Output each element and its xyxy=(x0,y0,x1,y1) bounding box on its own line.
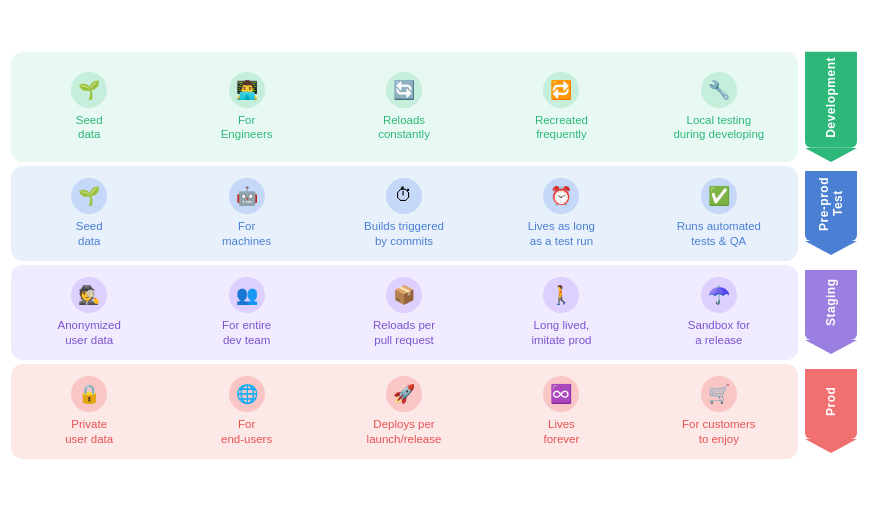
staging-cell-0: 🕵️Anonymized user data xyxy=(11,265,168,360)
staging-icon-1: 👥 xyxy=(229,277,265,313)
test-icon-0: 🌱 xyxy=(71,178,107,214)
development-label-4: Local testing during developing xyxy=(673,113,764,143)
staging-cell-3: 🚶Long lived, imitate prod xyxy=(483,265,640,360)
test-icon-4: ✅ xyxy=(701,178,737,214)
test-label-2: Builds triggered by commits xyxy=(364,219,444,249)
staging-label-2: Reloads per pull request xyxy=(373,318,435,348)
prod-label-2: Deploys per launch/release xyxy=(367,417,442,447)
development-label-2: Reloads constantly xyxy=(378,113,430,143)
staging-arrow-point xyxy=(805,340,857,354)
staging-label-4: Sandbox for a release xyxy=(688,318,750,348)
development-label-1: For Engineers xyxy=(221,113,273,143)
staging-label-wrap: Staging xyxy=(801,265,861,360)
test-arrow-point xyxy=(805,241,857,255)
staging-cell-1: 👥For entire dev team xyxy=(168,265,325,360)
test-label-1: For machines xyxy=(222,219,271,249)
test-label-text: Pre-prod Test xyxy=(805,171,857,241)
prod-label-1: For end-users xyxy=(221,417,272,447)
test-icon-1: 🤖 xyxy=(229,178,265,214)
prod-icon-2: 🚀 xyxy=(386,376,422,412)
staging-icon-4: ☂️ xyxy=(701,277,737,313)
test-arrow: Pre-prod Test xyxy=(805,171,857,255)
prod-cell-1: 🌐For end-users xyxy=(168,364,325,459)
staging-label-1: For entire dev team xyxy=(222,318,271,348)
development-label-wrap: Development xyxy=(801,52,861,162)
prod-arrow-point xyxy=(805,439,857,453)
prod-grid: 🔒Private user data🌐For end-users🚀Deploys… xyxy=(11,364,798,459)
staging-label-0: Anonymized user data xyxy=(58,318,121,348)
prod-cell-4: 🛒For customers to enjoy xyxy=(640,364,797,459)
prod-label-0: Private user data xyxy=(65,417,113,447)
staging-label-text: Staging xyxy=(805,270,857,340)
section-development: 🌱Seed data👨‍💻For Engineers🔄Reloads const… xyxy=(11,52,861,162)
staging-icon-3: 🚶 xyxy=(543,277,579,313)
test-label-4: Runs automated tests & QA xyxy=(677,219,761,249)
staging-grid: 🕵️Anonymized user data👥For entire dev te… xyxy=(11,265,798,360)
development-arrow-point xyxy=(805,148,857,162)
prod-label-wrap: Prod xyxy=(801,364,861,459)
test-cell-1: 🤖For machines xyxy=(168,166,325,261)
test-icon-2: ⏱ xyxy=(386,178,422,214)
test-cell-4: ✅Runs automated tests & QA xyxy=(640,166,797,261)
staging-icon-0: 🕵️ xyxy=(71,277,107,313)
prod-label-3: Lives forever xyxy=(544,417,580,447)
prod-icon-1: 🌐 xyxy=(229,376,265,412)
prod-cell-3: ♾️Lives forever xyxy=(483,364,640,459)
test-icon-3: ⏰ xyxy=(543,178,579,214)
development-arrow: Development xyxy=(805,52,857,162)
prod-label-text: Prod xyxy=(805,369,857,439)
test-label-0: Seed data xyxy=(76,219,103,249)
development-icon-3: 🔁 xyxy=(543,72,579,108)
development-icon-2: 🔄 xyxy=(386,72,422,108)
development-cell-2: 🔄Reloads constantly xyxy=(325,52,482,162)
sections-container: 🌱Seed data👨‍💻For Engineers🔄Reloads const… xyxy=(11,52,861,459)
development-cell-1: 👨‍💻For Engineers xyxy=(168,52,325,162)
staging-label-3: Long lived, imitate prod xyxy=(531,318,591,348)
staging-cell-4: ☂️Sandbox for a release xyxy=(640,265,797,360)
test-cell-2: ⏱Builds triggered by commits xyxy=(325,166,482,261)
development-icon-1: 👨‍💻 xyxy=(229,72,265,108)
test-cell-3: ⏰Lives as long as a test run xyxy=(483,166,640,261)
staging-cell-2: 📦Reloads per pull request xyxy=(325,265,482,360)
staging-icon-2: 📦 xyxy=(386,277,422,313)
prod-icon-4: 🛒 xyxy=(701,376,737,412)
staging-arrow: Staging xyxy=(805,270,857,354)
test-label-3: Lives as long as a test run xyxy=(528,219,595,249)
prod-icon-0: 🔒 xyxy=(71,376,107,412)
development-cell-3: 🔁Recreated frequently xyxy=(483,52,640,162)
prod-icon-3: ♾️ xyxy=(543,376,579,412)
development-icon-0: 🌱 xyxy=(71,72,107,108)
development-label-0: Seed data xyxy=(76,113,103,143)
development-label-3: Recreated frequently xyxy=(535,113,588,143)
prod-arrow: Prod xyxy=(805,369,857,453)
test-grid: 🌱Seed data🤖For machines⏱Builds triggered… xyxy=(11,166,798,261)
development-label-text: Development xyxy=(805,52,857,148)
prod-label-4: For customers to enjoy xyxy=(682,417,756,447)
development-icon-4: 🔧 xyxy=(701,72,737,108)
development-cell-4: 🔧Local testing during developing xyxy=(640,52,797,162)
development-cell-0: 🌱Seed data xyxy=(11,52,168,162)
prod-cell-2: 🚀Deploys per launch/release xyxy=(325,364,482,459)
section-prod: 🔒Private user data🌐For end-users🚀Deploys… xyxy=(11,364,861,459)
test-label-wrap: Pre-prod Test xyxy=(801,166,861,261)
test-cell-0: 🌱Seed data xyxy=(11,166,168,261)
main-container: 🌱Seed data👨‍💻For Engineers🔄Reloads const… xyxy=(6,38,866,473)
section-staging: 🕵️Anonymized user data👥For entire dev te… xyxy=(11,265,861,360)
section-test: 🌱Seed data🤖For machines⏱Builds triggered… xyxy=(11,166,861,261)
prod-cell-0: 🔒Private user data xyxy=(11,364,168,459)
development-grid: 🌱Seed data👨‍💻For Engineers🔄Reloads const… xyxy=(11,52,798,162)
